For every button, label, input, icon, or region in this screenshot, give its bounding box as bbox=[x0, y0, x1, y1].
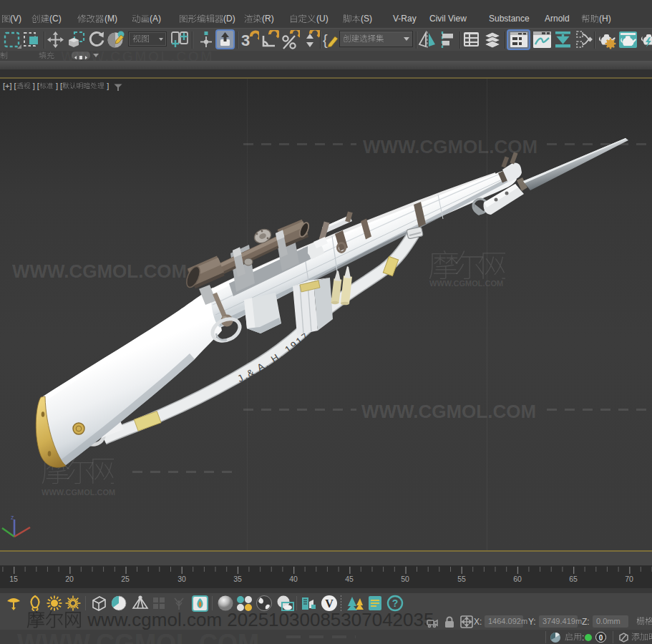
svg-text:z: z bbox=[11, 514, 14, 521]
svg-text:?: ? bbox=[392, 597, 399, 609]
svg-text:V: V bbox=[325, 597, 334, 610]
svg-text:J.& A. H. 1917: J.& A. H. 1917 bbox=[236, 330, 312, 384]
